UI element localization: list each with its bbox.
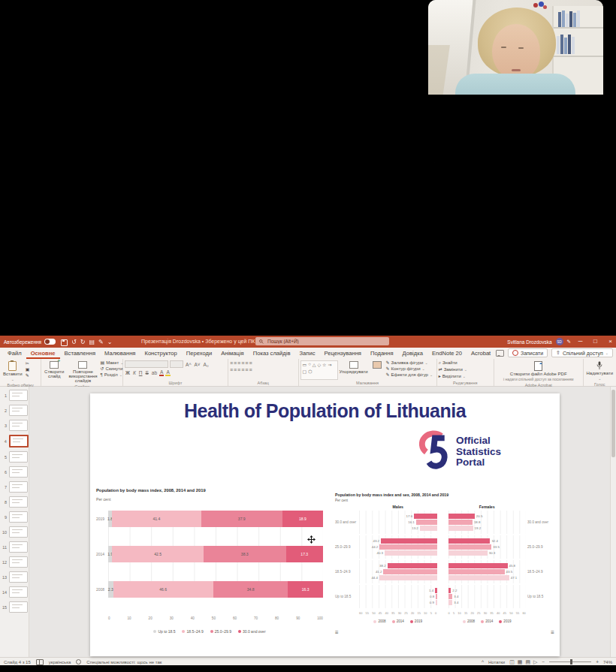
list-icon-2[interactable]: ≡: [234, 360, 236, 366]
chart2-bar[interactable]: [388, 563, 437, 568]
chart2-bar[interactable]: [383, 569, 436, 574]
slide-thumbnail-4[interactable]: [9, 435, 29, 447]
slide-sorter-view-icon[interactable]: ▦: [518, 659, 523, 665]
chart1-stacked-bar[interactable]: 1.841.437.918.9: [108, 511, 323, 527]
shape-fill-button[interactable]: ✎Заливка фігури⌄: [386, 360, 433, 366]
save-icon[interactable]: [61, 339, 68, 346]
chart2-bar[interactable]: [448, 544, 492, 550]
close-button[interactable]: ×: [605, 336, 616, 348]
chart2-bar[interactable]: [448, 575, 509, 580]
chart2-bar[interactable]: [436, 594, 436, 599]
section-button[interactable]: ¶Розділ⌄: [101, 372, 124, 378]
chart2-bar[interactable]: [448, 550, 488, 556]
chart1-segment[interactable]: 38.3: [204, 546, 286, 562]
chart2-bar[interactable]: [448, 520, 473, 525]
zoom-out-icon[interactable]: −: [542, 659, 545, 664]
align-icon-5[interactable]: ≡: [245, 367, 247, 372]
chart2-bar[interactable]: [448, 600, 453, 605]
align-icon-1[interactable]: ≡: [230, 367, 232, 372]
chart2-bar[interactable]: [414, 514, 436, 519]
dictate-button[interactable]: Надиктувати ⌄: [585, 360, 614, 381]
shape-effects-button[interactable]: ✎Ефекти для фігур⌄: [386, 372, 433, 378]
chart2-bar[interactable]: [385, 550, 437, 556]
slide-thumbnail-9[interactable]: [9, 511, 28, 523]
zoom-in-icon[interactable]: +: [596, 659, 599, 664]
qat-dropdown-icon[interactable]: ⌄: [107, 339, 113, 345]
comments-icon[interactable]: [496, 350, 504, 357]
align-icon-6[interactable]: ≡: [249, 367, 251, 372]
shape-icon-3[interactable]: △: [313, 362, 316, 367]
chart2-bar[interactable]: [420, 526, 437, 531]
autosave-toggle[interactable]: [44, 339, 56, 345]
chart-context-menu-icon[interactable]: ≡: [551, 630, 554, 636]
list-icon-4[interactable]: ≡: [241, 360, 243, 366]
format-painter-icon[interactable]: ✎: [26, 372, 30, 378]
ribbon-tab-2[interactable]: Основне: [26, 348, 60, 359]
chart1-stacked-bar[interactable]: 2.346.634.816.3: [108, 581, 323, 598]
chart1-segment[interactable]: 18.9: [282, 511, 323, 527]
replace-button[interactable]: ⇄Замінити⌄: [439, 367, 467, 372]
draw-icon[interactable]: ✎: [98, 339, 104, 345]
ribbon-tab-4[interactable]: Малювання: [100, 348, 140, 359]
slide-thumbnail-11[interactable]: [9, 541, 28, 553]
avatar[interactable]: SD: [556, 338, 563, 345]
slide-thumbnail-3[interactable]: [9, 420, 28, 431]
document-title[interactable]: Презентація Drozdovska • Збережено у цей…: [141, 336, 255, 348]
slide-thumbnail-5[interactable]: [9, 451, 28, 463]
shape-icon-1[interactable]: ▭: [303, 362, 307, 367]
align-icon-4[interactable]: ≡: [241, 367, 243, 372]
undo-icon[interactable]: ↺: [71, 339, 77, 345]
proofing-book-icon[interactable]: [36, 659, 44, 665]
shape-icon-8[interactable]: ⬡: [308, 369, 312, 374]
chart1-segment[interactable]: 17.3: [286, 546, 323, 562]
webcam-tile[interactable]: [428, 0, 603, 163]
font-style-button-3[interactable]: П: [138, 370, 143, 375]
print-icon[interactable]: ▤: [89, 339, 95, 345]
list-icon-5[interactable]: ≡: [245, 360, 247, 366]
share-button[interactable]: ⇧ Спільний доступ ⌄: [551, 348, 613, 357]
shape-icon-4[interactable]: ◇: [317, 362, 321, 367]
search-input[interactable]: [266, 338, 374, 345]
slide-thumbnail-1[interactable]: [9, 390, 28, 401]
shape-outline-button[interactable]: ✎Контур фігури⌄: [386, 366, 433, 372]
chart2-bar[interactable]: [416, 520, 437, 525]
chart2-bar[interactable]: [379, 544, 436, 550]
slide-thumbnail-14[interactable]: [9, 586, 28, 598]
chart2-bar[interactable]: [448, 594, 453, 599]
chart-context-menu-icon[interactable]: ≡: [335, 630, 339, 636]
align-icon-3[interactable]: ≡: [237, 367, 240, 372]
shape-icon-7[interactable]: ▢: [303, 369, 307, 374]
vertical-scrollbar[interactable]: [610, 387, 616, 657]
maximize-button[interactable]: □: [590, 336, 601, 348]
font-style-button-5[interactable]: ab: [151, 370, 158, 375]
highlight-color-icon[interactable]: А: [165, 369, 170, 376]
shape-icon-2[interactable]: ○: [308, 362, 311, 367]
font-style-button-4[interactable]: S: [144, 370, 149, 375]
create-pdf-button[interactable]: Створити файл Adobe PDF і надати спільни…: [500, 360, 576, 382]
list-icon-3[interactable]: ≡: [237, 360, 240, 366]
chart1-segment[interactable]: 42.5: [112, 546, 204, 562]
record-button[interactable]: Записати: [508, 348, 548, 357]
zoom-percentage[interactable]: 74%: [603, 660, 612, 664]
font-size-select[interactable]: [170, 360, 183, 368]
redo-icon[interactable]: ↻: [80, 339, 86, 345]
ribbon-tab-9[interactable]: Запис: [294, 348, 319, 359]
chart2-bar[interactable]: [448, 588, 451, 593]
chart-bmi-by-sex[interactable]: Population by body mass index and sex, 2…: [335, 493, 554, 646]
accessibility-status[interactable]: Спеціальні можливості: щось не так: [86, 660, 162, 664]
ribbon-tab-3[interactable]: Вставлення: [60, 348, 101, 359]
ribbon-tab-11[interactable]: Подання: [366, 348, 398, 359]
chart2-bar[interactable]: [448, 563, 508, 568]
chart1-segment[interactable]: 46.6: [113, 581, 213, 598]
paste-button[interactable]: Вставити ⌄: [2, 360, 24, 382]
new-slide-button[interactable]: Створити слайд: [43, 360, 65, 379]
slideshow-view-icon[interactable]: ▷: [533, 659, 537, 665]
chart2-bar[interactable]: [448, 526, 473, 531]
chart1-segment[interactable]: 34.8: [213, 581, 288, 598]
list-icon-1[interactable]: ≡: [230, 360, 232, 366]
font-style-button-1[interactable]: Ж: [125, 370, 131, 375]
chart2-bar[interactable]: [448, 569, 505, 574]
chart2-bar[interactable]: [436, 600, 437, 605]
slide-thumbnail-8[interactable]: [9, 496, 28, 508]
quick-styles-button[interactable]: [370, 360, 385, 369]
